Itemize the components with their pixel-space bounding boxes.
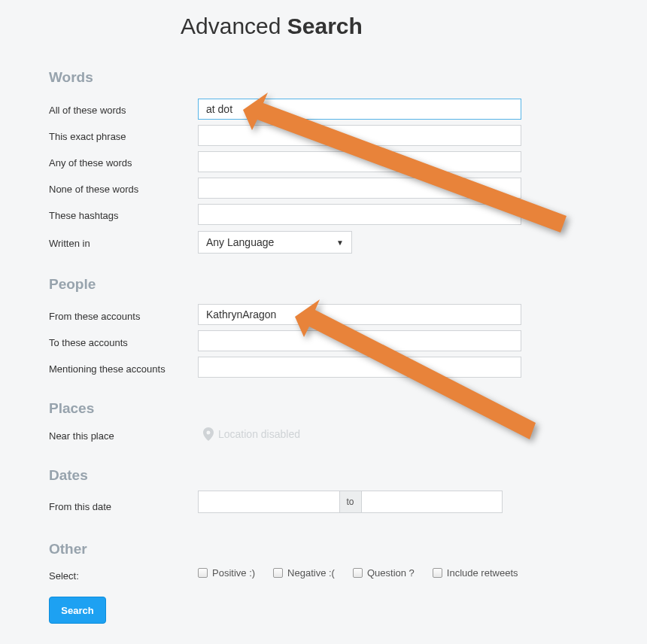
checkbox-icon xyxy=(198,568,208,578)
to-accounts-input[interactable] xyxy=(198,330,521,351)
hashtags-input[interactable] xyxy=(198,204,521,225)
from-accounts-input[interactable] xyxy=(198,304,521,325)
title-thin: Advanced xyxy=(181,14,287,38)
section-other: Other xyxy=(49,541,87,557)
section-dates: Dates xyxy=(49,467,88,484)
title-bold: Search xyxy=(287,14,363,38)
mention-accounts-input[interactable] xyxy=(198,357,521,378)
label-near-place: Near this place xyxy=(49,430,114,442)
label-from-accounts: From these accounts xyxy=(49,311,140,322)
language-value: Any Language xyxy=(206,236,274,248)
label-none-words: None of these words xyxy=(49,184,138,195)
date-separator: to xyxy=(340,491,361,513)
positive-label: Positive :) xyxy=(212,567,255,579)
from-date-input[interactable] xyxy=(198,491,340,513)
section-people: People xyxy=(49,276,96,293)
negative-checkbox[interactable]: Negative :( xyxy=(273,567,335,579)
search-button-label: Search xyxy=(61,605,93,616)
retweets-checkbox[interactable]: Include retweets xyxy=(433,567,518,579)
checkbox-icon xyxy=(273,568,283,578)
exact-phrase-input[interactable] xyxy=(198,125,521,146)
caret-down-icon: ▼ xyxy=(336,238,344,247)
label-any-words: Any of these words xyxy=(49,157,132,169)
label-exact-phrase: This exact phrase xyxy=(49,131,126,142)
page-title: Advanced Search xyxy=(181,14,363,39)
label-mention-accounts: Mentioning these accounts xyxy=(49,363,166,375)
location-disabled: Location disabled xyxy=(203,427,300,441)
checkbox-icon xyxy=(433,568,442,578)
positive-checkbox[interactable]: Positive :) xyxy=(198,567,255,579)
language-select[interactable]: Any Language ▼ xyxy=(198,231,352,254)
question-label: Question ? xyxy=(367,567,415,579)
any-words-input[interactable] xyxy=(198,151,521,172)
location-disabled-text: Location disabled xyxy=(218,428,300,440)
to-date-input[interactable] xyxy=(361,491,503,513)
negative-label: Negative :( xyxy=(287,567,335,579)
retweets-label: Include retweets xyxy=(447,567,518,579)
section-places: Places xyxy=(49,400,94,417)
label-to-accounts: To these accounts xyxy=(49,337,128,348)
label-hashtags: These hashtags xyxy=(49,210,119,221)
all-words-input[interactable] xyxy=(198,99,521,120)
label-select: Select: xyxy=(49,570,79,582)
label-written-in: Written in xyxy=(49,238,90,249)
section-words: Words xyxy=(49,69,93,86)
question-checkbox[interactable]: Question ? xyxy=(353,567,415,579)
label-all-words: All of these words xyxy=(49,105,126,116)
label-from-date: From this date xyxy=(49,501,111,512)
map-pin-icon xyxy=(203,427,214,441)
checkbox-icon xyxy=(353,568,363,578)
none-words-input[interactable] xyxy=(198,178,521,199)
search-button[interactable]: Search xyxy=(49,597,106,624)
